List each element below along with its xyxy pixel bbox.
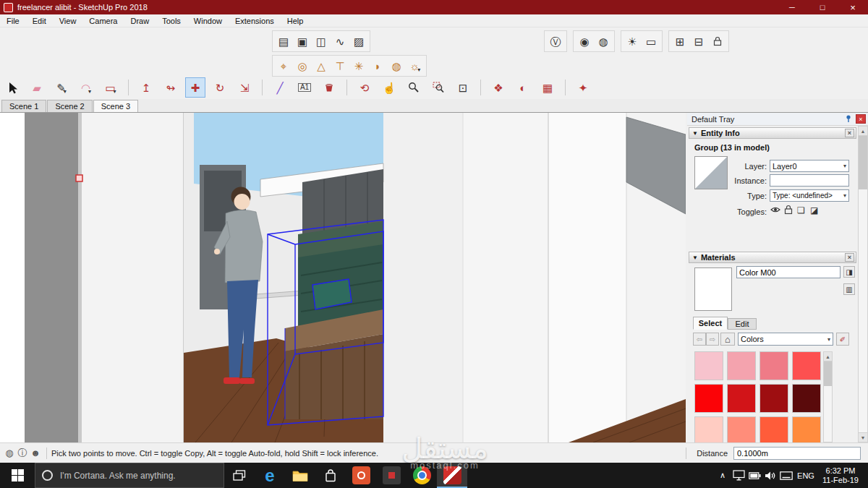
box-tool-button[interactable]: ▣ <box>293 32 312 51</box>
maximize-button[interactable]: □ <box>807 0 838 14</box>
scroll-up-icon[interactable]: ▲ <box>859 127 867 136</box>
volume-icon[interactable] <box>762 463 778 488</box>
tab-edit[interactable]: Edit <box>728 318 757 330</box>
color-swatch[interactable] <box>792 351 821 380</box>
orbit-tool-button[interactable]: ⟲ <box>355 78 374 97</box>
layer-combobox[interactable]: Layer0 ▾ <box>770 160 849 172</box>
menu-file[interactable]: File <box>0 15 26 27</box>
vray-region-render-button[interactable]: ⊟ <box>689 32 708 51</box>
show-hidden-icons-button[interactable]: ∧ <box>715 463 731 488</box>
sandbox-flip-edge-button[interactable]: ◍ <box>387 56 406 75</box>
menu-help[interactable]: Help <box>281 15 310 27</box>
tab-scene-3[interactable]: Scene 3 <box>93 100 138 112</box>
zoom-window-tool-button[interactable] <box>429 78 448 97</box>
cabinet-group[interactable] <box>285 309 383 419</box>
entity-info-close-button[interactable]: × <box>845 129 854 137</box>
color-swatch[interactable] <box>792 416 821 442</box>
shape-tool-button[interactable]: ▭▾ <box>101 78 120 97</box>
left-walls[interactable] <box>25 113 184 442</box>
scroll-down-icon[interactable]: ▼ <box>859 432 867 442</box>
entity-info-header[interactable]: ▼ Entity Info × <box>689 127 856 139</box>
tab-select[interactable]: Select <box>693 317 728 330</box>
vray-render-last-button[interactable]: ◍ <box>594 32 613 51</box>
vray-asset-editor-button[interactable]: Ⓥ <box>546 32 565 51</box>
menu-extensions[interactable]: Extensions <box>229 15 281 27</box>
vray-viewport-render-button[interactable]: ⊞ <box>671 32 689 51</box>
app-taskbar-button-2[interactable] <box>376 463 407 488</box>
vray-sun-button[interactable]: ☀ <box>623 32 642 51</box>
toggle-cast-shadows-button[interactable]: ◪ <box>810 205 818 215</box>
color-swatch[interactable] <box>727 351 756 380</box>
sandbox-from-scratch-button[interactable]: ◎ <box>293 56 312 75</box>
fog-button[interactable]: ∿ <box>331 32 349 51</box>
text-tool-button[interactable]: A1 <box>295 78 314 97</box>
sample-paint-button[interactable]: ✐ <box>836 333 849 346</box>
styles-button[interactable]: ❖ <box>489 78 508 97</box>
store-button[interactable] <box>315 463 346 488</box>
measure-input[interactable] <box>733 447 861 460</box>
cortana-search[interactable]: I'm Cortana. Ask me anything. <box>35 463 224 488</box>
scroll-up-icon[interactable]: ▲ <box>824 352 832 361</box>
language-indicator[interactable]: ENG <box>794 471 817 480</box>
color-swatch[interactable] <box>727 416 756 442</box>
layers-button[interactable]: ▦ <box>538 78 557 97</box>
vray-render-button[interactable]: ◉ <box>575 32 594 51</box>
display-tray-icon[interactable] <box>731 463 746 488</box>
material-name-input[interactable] <box>736 266 841 278</box>
eraser-tool-button[interactable]: ▰ <box>27 78 46 97</box>
taskbar-clock[interactable]: 6:32 PM 11-Feb-19 <box>817 466 864 485</box>
app-taskbar-button-1[interactable] <box>346 463 376 488</box>
swatch-scrollbar[interactable]: ▲ <box>823 351 833 442</box>
paint-bucket-tool-button[interactable] <box>320 78 339 97</box>
selection-handle[interactable] <box>76 175 82 181</box>
materials-header[interactable]: ▼ Materials × <box>689 252 856 263</box>
shadows-button[interactable]: ◐ <box>514 78 532 97</box>
toggle-lock-button[interactable] <box>784 205 793 216</box>
menu-draw[interactable]: Draw <box>124 15 156 27</box>
tab-scene-1[interactable]: Scene 1 <box>1 100 46 112</box>
paint-roller-button[interactable]: ▥ <box>843 283 855 295</box>
scale-tool-button[interactable]: ⇲ <box>235 78 254 97</box>
push-pull-tool-button[interactable]: ↥ <box>137 78 156 97</box>
home-button[interactable]: ⌂ <box>720 333 735 346</box>
vray-lock-button[interactable] <box>708 32 727 51</box>
sandbox-from-contours-button[interactable]: ⌖ <box>274 56 293 75</box>
tape-measure-tool-button[interactable]: ╱ <box>271 78 289 97</box>
sandbox-add-detail-button[interactable]: ◗ <box>368 56 387 75</box>
toggle-receive-shadows-button[interactable]: ❏ <box>797 205 805 215</box>
pan-tool-button[interactable]: ☝ <box>380 78 399 97</box>
tab-scene-2[interactable]: Scene 2 <box>47 100 92 112</box>
color-swatch[interactable] <box>694 351 723 380</box>
geolocation-icon[interactable]: ◍ <box>3 448 16 458</box>
collapse-arrow-icon[interactable]: ▼ <box>692 254 698 261</box>
materials-close-button[interactable]: × <box>845 253 854 262</box>
match-photo-button[interactable]: ▨ <box>349 32 368 51</box>
sandbox-smoove-button[interactable]: △ <box>312 56 331 75</box>
user-icon[interactable]: ☻ <box>29 448 42 458</box>
sandbox-stamp-button[interactable]: ⊤ <box>331 56 349 75</box>
component-box-button[interactable]: ◫ <box>312 32 331 51</box>
color-swatch[interactable] <box>727 384 756 413</box>
keyboard-icon[interactable] <box>778 463 794 488</box>
model-viewport[interactable] <box>0 113 686 442</box>
battery-icon[interactable] <box>746 463 762 488</box>
menu-edit[interactable]: Edit <box>26 15 53 27</box>
select-tool-button[interactable] <box>3 78 22 97</box>
scrollbar-thumb[interactable] <box>859 136 867 189</box>
extension-button[interactable]: ✦ <box>574 78 592 97</box>
file-explorer-button[interactable] <box>285 463 315 488</box>
toggle-visible-button[interactable] <box>770 205 781 215</box>
minimize-button[interactable]: ─ <box>777 0 807 14</box>
move-tool-button[interactable]: ✚ <box>186 78 205 97</box>
edge-taskbar-button[interactable]: e <box>255 463 285 488</box>
pin-icon[interactable] <box>845 114 853 124</box>
info-icon[interactable]: ⓘ <box>16 447 29 460</box>
back-button[interactable]: ⇦ <box>693 333 706 346</box>
instance-input[interactable] <box>770 174 849 187</box>
right-walls[interactable] <box>383 113 686 442</box>
type-combobox[interactable]: Type: <undefined> ▾ <box>770 189 849 202</box>
arc-tool-button[interactable]: ◠▾ <box>77 78 95 97</box>
sandbox-drape-button[interactable]: ✳ <box>349 56 368 75</box>
sketchup-taskbar-button[interactable] <box>437 463 467 488</box>
color-swatch[interactable] <box>760 384 788 413</box>
